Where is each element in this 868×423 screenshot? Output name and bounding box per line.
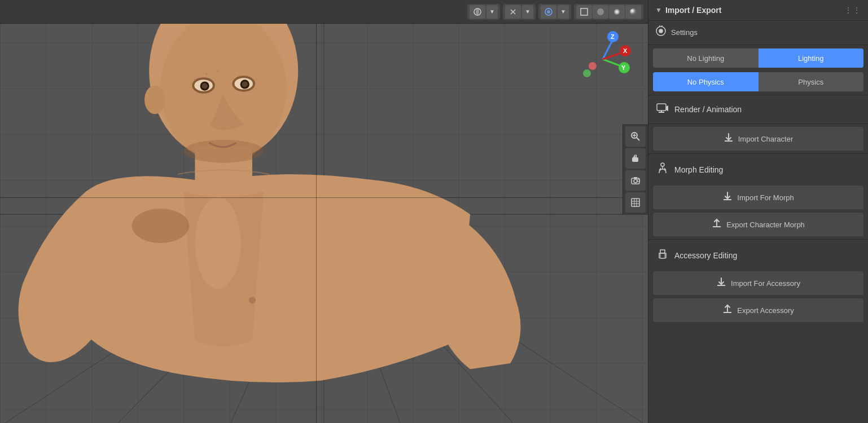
crosshair-horizontal [0, 197, 648, 198]
export-accessory-btn[interactable]: Export Accessory [653, 298, 863, 322]
svg-rect-58 [632, 199, 639, 206]
import-character-label: Import Character [738, 135, 794, 143]
svg-point-34 [547, 10, 550, 14]
export-accessory-icon [722, 304, 733, 316]
svg-point-37 [613, 8, 620, 15]
svg-point-26 [195, 197, 240, 289]
render-animation-row[interactable]: Render / Animation [648, 96, 868, 122]
svg-point-68 [661, 163, 664, 166]
solid-btn[interactable] [593, 5, 608, 19]
divider-morph [648, 239, 868, 240]
accessory-editing-header[interactable]: Accessory Editing [648, 241, 868, 270]
viewport-shading-icon-btn[interactable] [470, 5, 485, 19]
lighting-btn[interactable]: Lighting [759, 49, 864, 68]
export-morph-icon [712, 218, 722, 231]
export-accessory-label: Export Accessory [737, 306, 794, 315]
svg-rect-64 [657, 104, 666, 111]
zoom-tool-btn[interactable] [625, 126, 646, 147]
wireframe-btn[interactable] [576, 5, 592, 19]
import-character-icon [724, 133, 734, 145]
import-accessory-icon [716, 277, 726, 289]
export-character-morph-btn[interactable]: Export Character Morph [653, 213, 863, 236]
import-for-accessory-btn[interactable]: Import For Accessory [653, 271, 863, 295]
overlay-dropdown-btn[interactable]: ▼ [558, 5, 569, 19]
no-lighting-btn[interactable]: No Lighting [653, 49, 759, 68]
svg-line-51 [637, 138, 639, 140]
svg-point-30 [476, 8, 479, 15]
accessory-editing-icon [656, 248, 669, 263]
top-toolbar: ▼ ▼ ▼ [0, 0, 648, 24]
svg-point-25 [183, 140, 264, 163]
render-icon [656, 102, 669, 117]
svg-point-23 [205, 73, 208, 75]
import-character-btn[interactable]: Import Character [653, 127, 863, 151]
right-panel: ▼ Import / Export ⋮⋮ Settings No Lightin… [648, 0, 868, 423]
divider-render [648, 124, 868, 124]
svg-point-28 [132, 209, 190, 243]
divider-settings [648, 45, 868, 45]
svg-point-36 [597, 8, 604, 15]
panel-options-dots[interactable]: ⋮⋮ [844, 6, 861, 15]
morph-editing-icon [656, 162, 669, 177]
no-physics-btn[interactable]: No Physics [653, 72, 759, 91]
import-morph-icon [722, 191, 733, 204]
snap-btn[interactable] [505, 5, 521, 19]
import-for-morph-label: Import For Morph [737, 193, 794, 202]
grid-tool-btn[interactable] [625, 192, 646, 213]
svg-point-20 [242, 81, 248, 87]
view-options-group: ▼ [467, 4, 500, 20]
snap-dropdown-btn[interactable]: ▼ [522, 5, 533, 19]
import-for-morph-btn[interactable]: Import For Morph [653, 186, 863, 209]
viewport[interactable]: ▼ ▼ ▼ [0, 0, 648, 423]
render-animation-label: Render / Animation [674, 105, 742, 114]
svg-point-38 [630, 8, 637, 15]
divider-toggles [648, 95, 868, 95]
divider-import-char [648, 153, 868, 154]
rendered-btn[interactable] [625, 5, 641, 19]
accessory-editing-label: Accessory Editing [674, 251, 737, 260]
settings-icon [655, 25, 667, 39]
settings-row[interactable]: Settings [648, 21, 868, 43]
morph-editing-label: Morph Editing [674, 165, 723, 174]
side-tools [622, 124, 648, 215]
lighting-toggle-group: No Lighting Lighting [653, 49, 863, 68]
physics-btn[interactable]: Physics [759, 72, 864, 91]
overlay-btn[interactable] [541, 5, 556, 19]
import-for-accessory-label: Import For Accessory [731, 279, 800, 288]
physics-toggle-group: No Physics Physics [653, 72, 863, 91]
svg-point-27 [249, 297, 256, 303]
material-btn[interactable] [609, 5, 625, 19]
svg-rect-35 [581, 8, 588, 15]
export-character-morph-label: Export Character Morph [726, 221, 805, 229]
svg-point-63 [660, 30, 663, 33]
svg-point-55 [634, 179, 637, 183]
view-dropdown-btn[interactable]: ▼ [486, 5, 498, 19]
crosshair-vertical [316, 0, 317, 423]
grab-tool-btn[interactable] [625, 148, 646, 169]
panel-title: Import / Export [665, 6, 844, 15]
morph-editing-header[interactable]: Morph Editing [648, 155, 868, 184]
snap-group: ▼ [503, 4, 536, 20]
character-canvas [0, 0, 648, 423]
collapse-icon: ▼ [655, 6, 662, 14]
svg-point-22 [194, 78, 196, 81]
panel-header: ▼ Import / Export ⋮⋮ [648, 0, 868, 21]
overlay-group: ▼ [538, 4, 571, 20]
svg-point-24 [217, 70, 219, 72]
shading-group [574, 4, 643, 20]
camera-tool-btn[interactable] [625, 170, 646, 191]
svg-point-21 [144, 85, 165, 114]
svg-rect-56 [634, 177, 637, 179]
svg-point-19 [202, 83, 208, 89]
settings-label: Settings [671, 28, 698, 37]
